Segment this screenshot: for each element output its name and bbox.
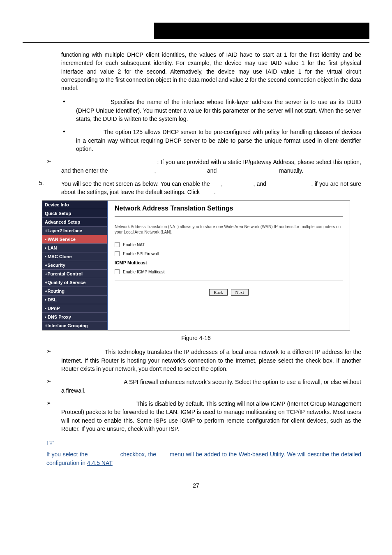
bullet-dot: •: [61, 128, 76, 153]
arrow-mark: ➢: [46, 158, 61, 175]
arrow-enable-nat: xxxxxxxxxxxxx This technology translates…: [61, 348, 361, 373]
arrow-mark: ➢: [46, 400, 61, 433]
sidebar-item-advanced-setup[interactable]: Advanced Setup: [42, 218, 107, 227]
screenshot-nat: Device Info Quick Setup Advanced Setup +…: [42, 200, 350, 331]
panel-rule: [115, 280, 343, 280]
next-button[interactable]: Next: [231, 289, 249, 296]
sidebar-item-security[interactable]: +Security: [42, 261, 107, 270]
arrow-spi-firewall: xxxxxxxxxxxxxxxxxxx A SPI firewall enhan…: [61, 378, 361, 395]
checkbox-enable-nat[interactable]: [115, 242, 120, 247]
sidebar-item-layer2[interactable]: +Layer2 Interface: [42, 227, 107, 235]
para-iaid: functioning with multiple DHCP client id…: [61, 51, 361, 92]
arrow-mark: ➢: [46, 348, 61, 373]
sidebar-item-wan-service[interactable]: • WAN Service: [42, 235, 107, 244]
header-bar: [154, 23, 369, 39]
arrow-igmp: xxxxxxxxxxxxxxxxxxxxxxx This is disabled…: [61, 400, 361, 433]
sidebar-item-parental[interactable]: +Parental Control: [42, 270, 107, 278]
note-text: If you select the xxxxxxxxx checkbox, th…: [46, 450, 361, 467]
sidebar-item-dns-proxy[interactable]: • DNS Proxy: [42, 313, 107, 321]
panel-rule: [115, 216, 343, 217]
sidebar-item-routing[interactable]: +Routing: [42, 287, 107, 296]
label-enable-igmp: Enable IGMP Multicast: [123, 270, 165, 274]
bullet-duid: xxxxxxxxxx Specifies the name of the int…: [76, 98, 361, 123]
sidebar-item-device-info[interactable]: Device Info: [42, 201, 107, 209]
arrow-mark: ➢: [46, 378, 61, 395]
bullet-option125: xxxxxxxx The option 125 allows DHCP serv…: [76, 128, 361, 153]
back-button[interactable]: Back: [209, 289, 228, 296]
panel-desc: Network Address Translation (NAT) allows…: [115, 224, 343, 235]
sidebar-item-quick-setup[interactable]: Quick Setup: [42, 209, 107, 218]
sidebar-item-lan[interactable]: • LAN: [42, 244, 107, 252]
main-panel: Network Address Translation Settings Net…: [108, 201, 350, 330]
bullet-dot: •: [61, 98, 76, 123]
figure-caption: Figure 4-16: [31, 335, 361, 341]
arrow-static-ip: xxxxxxxxxxxxxxxxxxxxxxxxxxxxxx: If you a…: [61, 158, 361, 175]
page-number: 27: [23, 482, 369, 489]
checkbox-enable-spi[interactable]: [115, 251, 120, 256]
panel-subhead-igmp: IGMP Multicast: [115, 260, 343, 265]
checkbox-enable-igmp[interactable]: [115, 269, 120, 274]
sidebar-nav: Device Info Quick Setup Advanced Setup +…: [42, 201, 108, 330]
label-enable-spi: Enable SPI Firewall: [123, 252, 159, 256]
panel-title: Network Address Translation Settings: [115, 205, 343, 212]
sidebar-item-dsl[interactable]: • DSL: [42, 296, 107, 304]
sidebar-item-mac-clone[interactable]: • MAC Clone: [42, 252, 107, 261]
label-enable-nat: Enable NAT: [123, 243, 145, 247]
step-5-num: 5.: [39, 180, 61, 197]
sidebar-item-upnp[interactable]: • UPnP: [42, 304, 107, 313]
sidebar-item-interface-grouping[interactable]: +Interface Grouping: [42, 321, 107, 330]
sidebar-item-qos[interactable]: +Quality of Service: [42, 278, 107, 287]
step-5-text: You will see the next screen as below. Y…: [61, 180, 361, 197]
link-nat[interactable]: 4.4.5 NAT: [87, 460, 113, 466]
note-icon: ☞: [46, 438, 361, 449]
header-rule: [23, 42, 369, 43]
